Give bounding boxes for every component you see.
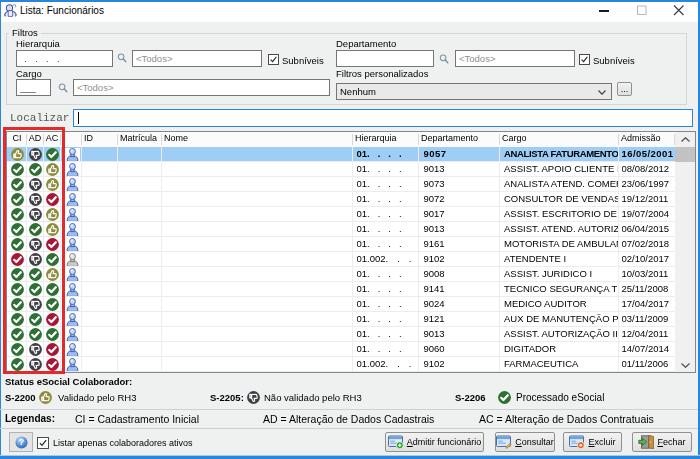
svg-text:?: ? bbox=[18, 437, 23, 447]
